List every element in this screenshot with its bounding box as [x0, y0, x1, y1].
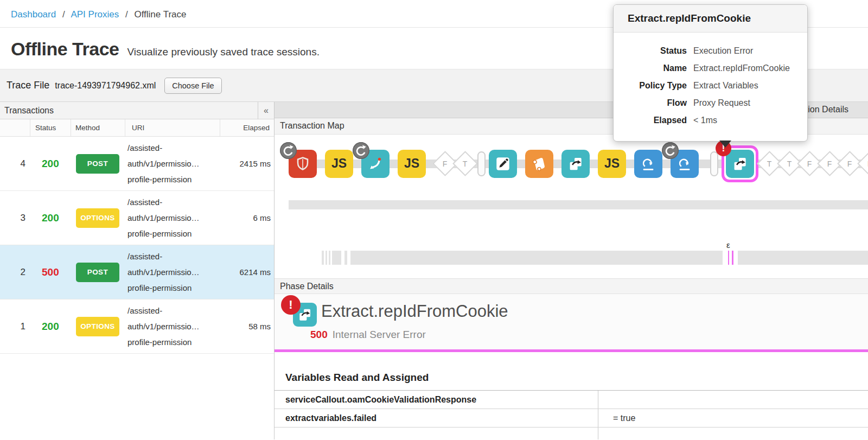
phase-error-rule — [275, 349, 868, 352]
error-marker-line — [728, 251, 729, 265]
phase-status-text: Internal Server Error — [333, 329, 426, 340]
variable-name: serviceCallout.oamCookieValidationRespon… — [275, 391, 598, 409]
variables-title: Variables Read and Assigned — [285, 372, 868, 384]
phase-status: 500Internal Server Error — [310, 329, 426, 341]
transactions-column-header: Status Method URI Elapsed — [0, 119, 274, 137]
tooltip-label: Name — [619, 60, 687, 77]
page-title: Offline Trace — [11, 39, 119, 60]
breadcrumb-separator: / — [125, 9, 128, 20]
assign-message-policy-icon[interactable] — [489, 150, 517, 178]
transaction-row[interactable]: 1 200 OPTIONS /assisted- auth/v1/permiss… — [0, 299, 274, 354]
replay-badge-icon — [661, 142, 679, 160]
transaction-map-title: Transaction Map — [280, 121, 344, 131]
elapsed-cell: 6 ms — [220, 213, 274, 222]
js-label: JS — [404, 156, 419, 171]
status-code: 500 — [30, 266, 71, 278]
selected-policy-highlight: ! — [722, 145, 758, 182]
flow-separator-pill — [710, 151, 718, 176]
elapsed-cell: 2415 ms — [220, 159, 274, 168]
gantt-segment — [329, 251, 330, 265]
transaction-row[interactable]: 4 200 POST /assisted- auth/v1/permissio…… — [0, 137, 274, 191]
column-header-index — [0, 119, 30, 136]
gantt-gap — [723, 251, 738, 265]
flow-separator-pill — [477, 151, 486, 176]
service-callout-policy-icon[interactable] — [634, 150, 662, 178]
choose-file-button[interactable]: Choose File — [164, 78, 221, 94]
gantt-segment — [332, 251, 341, 265]
breadcrumb-separator: / — [62, 9, 65, 20]
trace-file-name: trace-1493971794962.xml — [55, 81, 156, 91]
transactions-title: Transactions — [0, 106, 258, 116]
phase-details-header: Phase Details — [275, 278, 868, 295]
phase-details-title: Phase Details — [280, 282, 334, 291]
tooltip-body: Status Execution Error Name Extract.repI… — [614, 33, 807, 141]
shield-policy-icon[interactable] — [289, 150, 317, 178]
status-code: 200 — [30, 158, 71, 170]
transaction-map-area: JSJSFTJS!TTFFFFF ε — [275, 135, 868, 278]
method-badge: OPTIONS — [76, 208, 119, 228]
replay-badge-icon — [352, 142, 370, 160]
column-header-method: Method — [71, 119, 125, 136]
column-header-status: Status — [30, 119, 71, 136]
variable-value: = true — [598, 413, 868, 423]
condition-diamond[interactable]: T — [454, 150, 476, 178]
column-header-elapsed: Elapsed — [220, 119, 274, 136]
tooltip-label: Elapsed — [619, 112, 687, 129]
row-number: 4 — [0, 158, 30, 169]
variable-row — [275, 428, 868, 439]
transaction-row[interactable]: 3 200 OPTIONS /assisted- auth/v1/permiss… — [0, 191, 274, 245]
javascript-policy-icon[interactable]: JS — [398, 150, 426, 178]
replay-badge-icon — [279, 142, 297, 160]
variables-table: serviceCallout.oamCookieValidationRespon… — [275, 390, 868, 439]
transactions-panel: Transactions « Status Method URI Elapsed… — [0, 102, 275, 439]
row-number: 1 — [0, 321, 30, 332]
collapse-panel-button[interactable]: « — [258, 102, 274, 119]
javascript-policy-icon[interactable]: JS — [325, 150, 353, 178]
js-label: JS — [604, 156, 620, 171]
variable-row: serviceCallout.oamCookieValidationRespon… — [275, 391, 868, 409]
tooltip-label: Policy Type — [619, 77, 687, 94]
script-policy-icon[interactable] — [525, 150, 553, 178]
tooltip-value: Proxy Request — [693, 94, 799, 112]
offline-trace-page: Dashboard / API Proxies / Offline Trace … — [0, 0, 868, 440]
main-split: Transactions « Status Method URI Elapsed… — [0, 102, 868, 439]
row-number: 2 — [0, 267, 30, 278]
tooltip-title: Extract.repIdFromCookie — [614, 5, 807, 33]
tooltip-value: Execution Error — [693, 42, 799, 60]
method-badge: POST — [76, 263, 119, 282]
extract-variables-policy-icon[interactable] — [726, 150, 754, 178]
phase-details-block: ! Extract.repIdFromCookie 500Internal Se… — [275, 294, 868, 349]
trace-detail-panel: Transaction Details Transaction Map JSJS… — [275, 102, 868, 439]
column-header-uri: URI — [125, 119, 220, 136]
extract-variables-policy-icon[interactable] — [561, 150, 590, 178]
policy-strip: JSJSFTJS!TTFFFFF — [275, 141, 868, 187]
gantt-segment — [344, 251, 347, 265]
variable-row: extractvariables.failed = true — [275, 409, 868, 428]
service-callout-policy-icon[interactable] — [671, 150, 699, 178]
breadcrumb-current: Offline Trace — [134, 9, 186, 20]
variable-name: extractvariables.failed — [275, 409, 598, 427]
variable-name — [275, 428, 598, 439]
javascript-policy-icon[interactable]: JS — [598, 150, 626, 178]
breadcrumb-link-dashboard[interactable]: Dashboard — [11, 9, 56, 20]
trace-file-label: Trace File — [7, 80, 49, 91]
js-label: JS — [331, 156, 347, 171]
transaction-row[interactable]: 2 500 POST /assisted- auth/v1/permissio…… — [0, 245, 274, 299]
condition-diamond[interactable]: F — [859, 150, 868, 178]
uri-cell: /assisted- auth/v1/permissio… profile-pe… — [125, 140, 220, 187]
policy-tooltip: Extract.repIdFromCookie Status Execution… — [613, 4, 808, 142]
timeline-bar-gantt — [350, 251, 868, 265]
elapsed-cell: 6214 ms — [220, 267, 274, 277]
tooltip-value: Extract.repIdFromCookie — [693, 60, 799, 77]
phase-status-code: 500 — [310, 329, 328, 340]
error-marker-line — [732, 251, 733, 265]
gantt-segment — [326, 251, 327, 265]
gantt-segment — [322, 251, 324, 265]
method-badge: POST — [76, 154, 119, 174]
timeline-bar-request — [289, 200, 868, 209]
uri-cell: /assisted- auth/v1/permissio… profile-pe… — [125, 194, 220, 241]
route-arrow-policy-icon[interactable] — [361, 150, 390, 178]
epsilon-marker: ε — [726, 240, 730, 250]
breadcrumb-link-api-proxies[interactable]: API Proxies — [71, 9, 119, 20]
tooltip-value: Extract Variables — [693, 77, 799, 94]
